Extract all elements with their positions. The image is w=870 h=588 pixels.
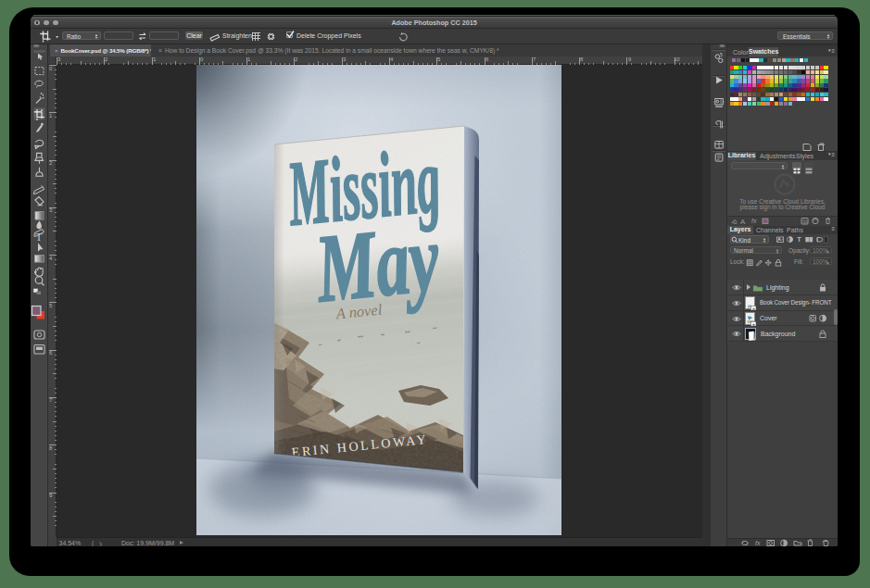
svg-text:T: T — [36, 231, 43, 243]
svg-text:T: T — [797, 235, 801, 244]
svg-text:fx: fx — [755, 540, 761, 546]
svg-text:St: St — [802, 219, 808, 224]
svg-text:fx: fx — [751, 218, 757, 224]
svg-text:A: A — [740, 218, 746, 226]
svg-text:5: 5 — [720, 52, 723, 57]
